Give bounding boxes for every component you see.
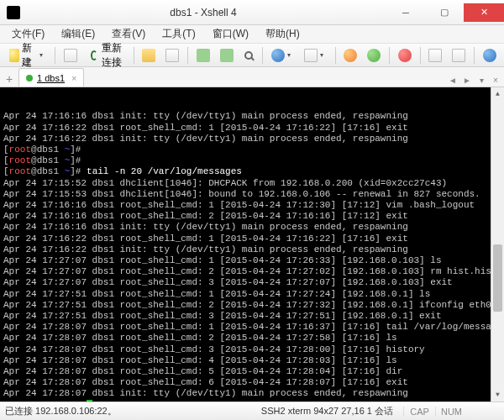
new-icon xyxy=(9,49,19,62)
terminal-line: Apr 24 17:28:07 dbs1 init: tty (/dev/tty… xyxy=(3,388,501,399)
tab-prev-button[interactable]: ◄ xyxy=(446,73,459,87)
terminal-line: Apr 24 17:15:53 dbs1 dhclient[1046]: bou… xyxy=(3,189,501,200)
toolbar: 新建▾ 重新连接 ▾ ▾ xyxy=(0,44,504,67)
color-button[interactable]: ▾ xyxy=(267,46,298,65)
layout2-button[interactable] xyxy=(448,46,470,65)
tab-dbs1[interactable]: 1 dbs1 × xyxy=(18,68,84,87)
num-indicator: NUM xyxy=(435,407,467,417)
save-button[interactable] xyxy=(60,46,81,65)
terminal-line: Apr 24 17:16:16 dbs1 root_shell_cmd: 1 [… xyxy=(3,200,501,211)
terminal[interactable]: Apr 24 17:16:16 dbs1 init: tty (/dev/tty… xyxy=(0,87,504,402)
terminal-line: [root@dbs1 ~]# xyxy=(3,400,501,402)
titlebar: dbs1 - Xshell 4 ─ ▢ ✕ xyxy=(0,0,504,25)
app-icon xyxy=(7,6,20,19)
connection-status-icon xyxy=(26,75,33,81)
terminal-line: Apr 24 17:16:22 dbs1 root_shell_cmd: 1 [… xyxy=(3,234,501,244)
transfer-icon xyxy=(398,49,412,62)
terminal-line: Apr 24 17:28:07 dbs1 root_shell_cmd: 6 [… xyxy=(3,377,501,388)
fullscreen-button[interactable] xyxy=(479,46,501,65)
font-icon xyxy=(304,49,318,62)
layout-icon xyxy=(452,49,465,62)
separator xyxy=(134,47,134,64)
separator xyxy=(420,47,421,64)
layout-icon xyxy=(428,49,442,62)
properties-button[interactable] xyxy=(161,46,183,65)
separator xyxy=(187,47,188,64)
copy-button[interactable] xyxy=(192,46,214,65)
find-button[interactable] xyxy=(239,46,258,65)
status-connection: 已连接 192.168.0.106:22。 xyxy=(5,405,261,417)
open-button[interactable] xyxy=(138,46,160,65)
xftp-button[interactable] xyxy=(394,46,416,65)
maximize-button[interactable]: ▢ xyxy=(425,3,464,22)
terminal-line: Apr 24 17:16:16 dbs1 init: tty (/dev/tty… xyxy=(3,222,501,233)
terminal-line: Apr 24 17:16:22 dbs1 init: tty (/dev/tty… xyxy=(3,134,501,144)
star-icon xyxy=(344,49,357,62)
bookmark-button[interactable] xyxy=(339,46,361,65)
reload-icon xyxy=(91,50,97,60)
terminal-line: Apr 24 17:27:07 dbs1 root_shell_cmd: 1 [… xyxy=(3,255,501,266)
doc-icon xyxy=(165,49,179,62)
terminal-line: Apr 24 17:28:07 dbs1 root_shell_cmd: 2 [… xyxy=(3,333,501,344)
terminal-line: Apr 24 17:28:07 dbs1 root_shell_cmd: 5 [… xyxy=(3,366,501,377)
font-button[interactable]: ▾ xyxy=(300,46,331,65)
statusbar: 已连接 192.168.0.106:22。 SSH2 xterm 94x27 2… xyxy=(0,402,504,420)
menu-help[interactable]: 帮助(H) xyxy=(259,25,307,43)
menu-tools[interactable]: 工具(T) xyxy=(155,25,202,43)
dropdown-icon: ▾ xyxy=(320,51,327,59)
terminal-line: Apr 24 17:16:22 dbs1 root_shell_cmd: 1 [… xyxy=(3,123,501,134)
new-label: 新建 xyxy=(22,41,37,70)
terminal-line: Apr 24 17:16:16 dbs1 init: tty (/dev/tty… xyxy=(3,111,501,122)
status-session-info: SSH2 xterm 94x27 27,16 1 会话 xyxy=(261,405,393,417)
lock-button[interactable] xyxy=(363,46,385,65)
terminal-line: Apr 24 17:28:07 dbs1 root_shell_cmd: 1 [… xyxy=(3,322,501,333)
terminal-line: Apr 24 17:15:52 dbs1 dhclient[1046]: DHC… xyxy=(3,178,501,189)
caps-indicator: CAP xyxy=(403,407,435,417)
window-title: dbs1 - Xshell 4 xyxy=(20,7,386,18)
menubar: 文件(F) 编辑(E) 查看(V) 工具(T) 窗口(W) 帮助(H) xyxy=(0,25,504,44)
separator xyxy=(55,47,55,64)
separator xyxy=(389,47,390,64)
separator xyxy=(262,47,263,64)
terminal-line: [root@dbs1 ~]# tail -n 20 /var/log/messa… xyxy=(3,166,501,177)
tabbar: + 1 dbs1 × ◄ ► ▾ × xyxy=(0,67,504,87)
layout1-button[interactable] xyxy=(424,46,446,65)
save-icon xyxy=(64,49,77,62)
tab-close-button[interactable]: × xyxy=(71,73,76,83)
copy-icon xyxy=(197,49,210,62)
menu-window[interactable]: 窗口(W) xyxy=(206,25,255,43)
separator xyxy=(474,47,475,64)
menu-edit[interactable]: 编辑(E) xyxy=(55,25,102,43)
cursor xyxy=(87,400,92,402)
new-session-button[interactable]: 新建▾ xyxy=(3,46,50,65)
terminal-line: Apr 24 17:27:51 dbs1 root_shell_cmd: 1 [… xyxy=(3,289,501,300)
folder-icon xyxy=(142,49,155,62)
add-tab-button[interactable]: + xyxy=(2,71,17,87)
tab-label: 1 dbs1 xyxy=(37,73,65,83)
close-button[interactable]: ✕ xyxy=(464,3,504,22)
palette-icon xyxy=(271,49,285,62)
dropdown-icon: ▾ xyxy=(287,51,294,59)
terminal-line: Apr 24 17:27:51 dbs1 root_shell_cmd: 2 [… xyxy=(3,300,501,311)
reconnect-button[interactable]: 重新连接 xyxy=(83,46,129,65)
terminal-line: Apr 24 17:16:16 dbs1 root_shell_cmd: 2 [… xyxy=(3,211,501,222)
lock-icon xyxy=(367,49,381,62)
scrollbar[interactable]: ▲ ▼ xyxy=(491,87,504,402)
scroll-up-button[interactable]: ▲ xyxy=(491,87,504,101)
scroll-thumb[interactable] xyxy=(493,244,502,312)
tab-list-button[interactable]: ▾ xyxy=(475,73,488,87)
paste-button[interactable] xyxy=(216,46,238,65)
scroll-down-button[interactable]: ▼ xyxy=(491,388,504,402)
tab-close-all-button[interactable]: × xyxy=(489,73,502,87)
minimize-button[interactable]: ─ xyxy=(386,3,425,22)
dropdown-icon: ▾ xyxy=(39,51,45,59)
terminal-line: [root@dbs1 ~]# xyxy=(3,144,501,155)
reconnect-label: 重新连接 xyxy=(102,41,123,70)
paste-icon xyxy=(220,49,234,62)
terminal-line: Apr 24 17:28:07 dbs1 root_shell_cmd: 3 [… xyxy=(3,344,501,355)
tab-next-button[interactable]: ► xyxy=(460,73,474,87)
terminal-line: Apr 24 17:27:07 dbs1 root_shell_cmd: 2 [… xyxy=(3,266,501,277)
terminal-line: Apr 24 17:28:07 dbs1 root_shell_cmd: 4 [… xyxy=(3,355,501,366)
terminal-line: Apr 24 17:27:51 dbs1 root_shell_cmd: 3 [… xyxy=(3,311,501,322)
terminal-line: [root@dbs1 ~]# xyxy=(3,155,501,166)
